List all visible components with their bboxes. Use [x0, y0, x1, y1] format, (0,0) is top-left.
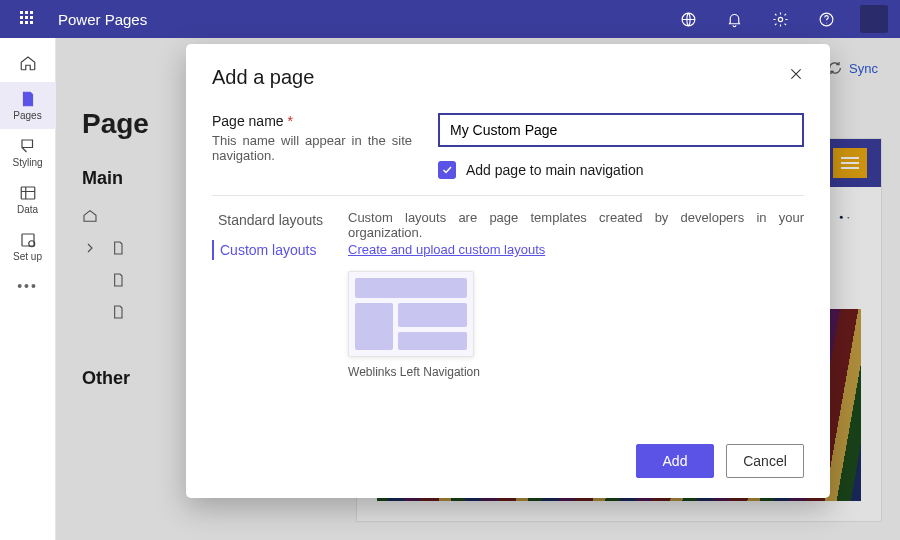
- sync-button[interactable]: Sync: [827, 60, 878, 76]
- rail-home[interactable]: [0, 44, 56, 82]
- template-caption: Weblinks Left Navigation: [348, 365, 480, 381]
- list-item[interactable]: [82, 240, 126, 256]
- tab-custom-layouts[interactable]: Custom layouts: [212, 240, 332, 260]
- rail-pages-label: Pages: [13, 110, 41, 121]
- add-page-dialog: Add a page Page name * This name will ap…: [186, 44, 830, 498]
- pages-other-heading: Other: [82, 368, 130, 389]
- svg-rect-5: [22, 234, 34, 246]
- rail-more[interactable]: •••: [0, 270, 56, 302]
- cancel-button[interactable]: Cancel: [726, 444, 804, 478]
- dialog-title: Add a page: [212, 66, 314, 89]
- page-name-label: Page name *: [212, 113, 412, 129]
- list-item[interactable]: [82, 304, 126, 320]
- pages-list: [82, 208, 126, 320]
- rail-data-label: Data: [17, 204, 38, 215]
- pages-main-heading: Main: [82, 168, 123, 189]
- svg-point-3: [826, 22, 827, 23]
- waffle-icon[interactable]: [12, 3, 44, 35]
- list-item[interactable]: [82, 208, 126, 224]
- custom-layouts-desc: Custom layouts are page templates create…: [348, 210, 804, 240]
- bell-icon[interactable]: [718, 3, 750, 35]
- rail-styling-label: Styling: [12, 157, 42, 168]
- left-rail: Pages Styling Data Set up •••: [0, 38, 56, 540]
- avatar[interactable]: [860, 5, 888, 33]
- app-title: Power Pages: [58, 11, 147, 28]
- rail-pages[interactable]: Pages: [0, 82, 56, 129]
- globe-icon[interactable]: [672, 3, 704, 35]
- svg-rect-4: [21, 187, 35, 199]
- layout-template-card[interactable]: Weblinks Left Navigation: [348, 271, 480, 381]
- rail-styling[interactable]: Styling: [0, 129, 56, 176]
- close-icon[interactable]: [788, 66, 804, 85]
- list-item[interactable]: [82, 272, 126, 288]
- rail-data[interactable]: Data: [0, 176, 56, 223]
- app-topbar: Power Pages: [0, 0, 900, 38]
- add-to-nav-checkbox[interactable]: [438, 161, 456, 179]
- page-name-hint: This name will appear in the site naviga…: [212, 133, 412, 163]
- zoom-control[interactable]: [839, 209, 851, 227]
- create-upload-link[interactable]: Create and upload custom layouts: [348, 242, 545, 257]
- divider: [212, 195, 804, 196]
- add-button[interactable]: Add: [636, 444, 714, 478]
- rail-setup[interactable]: Set up: [0, 223, 56, 270]
- main-area: eview Sync Page Main Other: [56, 38, 900, 540]
- page-title: Page: [82, 108, 149, 140]
- rail-setup-label: Set up: [13, 251, 42, 262]
- gear-icon[interactable]: [764, 3, 796, 35]
- add-to-nav-label: Add page to main navigation: [466, 162, 643, 178]
- tab-standard-layouts[interactable]: Standard layouts: [212, 210, 332, 230]
- help-icon[interactable]: [810, 3, 842, 35]
- page-name-input[interactable]: [438, 113, 804, 147]
- menu-icon[interactable]: [833, 148, 867, 178]
- svg-point-1: [778, 17, 782, 21]
